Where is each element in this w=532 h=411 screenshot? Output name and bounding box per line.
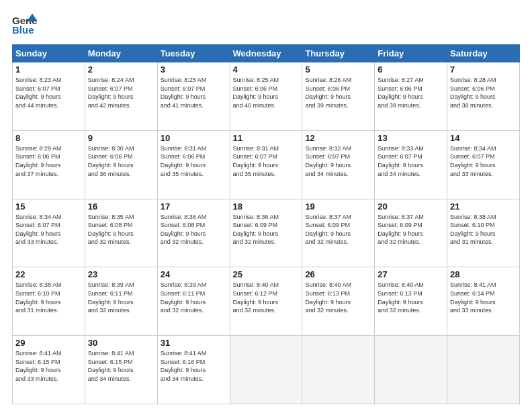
cell-text: Sunrise: 8:41 AM Sunset: 6:16 PM Dayligh…: [161, 349, 227, 383]
day-number: 13: [378, 133, 444, 143]
empty-cell: [375, 336, 447, 404]
day-number: 8: [15, 133, 82, 143]
day-cell-13: 13Sunrise: 8:33 AM Sunset: 6:07 PM Dayli…: [375, 130, 447, 199]
day-cell-20: 20Sunrise: 8:37 AM Sunset: 6:09 PM Dayli…: [375, 199, 447, 267]
day-cell-25: 25Sunrise: 8:40 AM Sunset: 6:12 PM Dayli…: [230, 267, 302, 336]
cell-text: Sunrise: 8:28 AM Sunset: 6:06 PM Dayligh…: [450, 76, 517, 109]
day-number: 18: [233, 201, 300, 212]
day-cell-29: 29Sunrise: 8:41 AM Sunset: 6:15 PM Dayli…: [13, 336, 85, 404]
day-number: 7: [450, 64, 517, 75]
day-cell-7: 7Sunrise: 8:28 AM Sunset: 6:06 PM Daylig…: [447, 62, 520, 131]
day-cell-8: 8Sunrise: 8:29 AM Sunset: 6:06 PM Daylig…: [13, 130, 85, 199]
cell-text: Sunrise: 8:33 AM Sunset: 6:07 PM Dayligh…: [378, 144, 444, 178]
day-number: 24: [161, 269, 227, 279]
cell-text: Sunrise: 8:31 AM Sunset: 6:06 PM Dayligh…: [161, 144, 227, 178]
cell-text: Sunrise: 8:32 AM Sunset: 6:07 PM Dayligh…: [305, 144, 371, 178]
weekday-header-tuesday: Tuesday: [157, 45, 230, 62]
week-row-0: 1Sunrise: 8:23 AM Sunset: 6:07 PM Daylig…: [13, 62, 520, 131]
cell-text: Sunrise: 8:31 AM Sunset: 6:07 PM Dayligh…: [233, 144, 300, 178]
day-cell-10: 10Sunrise: 8:31 AM Sunset: 6:06 PM Dayli…: [157, 130, 230, 199]
day-cell-6: 6Sunrise: 8:27 AM Sunset: 6:06 PM Daylig…: [375, 62, 447, 131]
logo: General Blue: [12, 12, 38, 38]
day-number: 19: [305, 201, 371, 212]
empty-cell: [302, 336, 375, 404]
cell-text: Sunrise: 8:30 AM Sunset: 6:06 PM Dayligh…: [88, 144, 154, 178]
page: General Blue SundayMondayTuesdayWednesda…: [0, 0, 532, 411]
cell-text: Sunrise: 8:26 AM Sunset: 6:06 PM Dayligh…: [305, 76, 371, 109]
day-cell-27: 27Sunrise: 8:40 AM Sunset: 6:13 PM Dayli…: [375, 267, 447, 336]
cell-text: Sunrise: 8:38 AM Sunset: 6:10 PM Dayligh…: [15, 281, 82, 314]
cell-text: Sunrise: 8:34 AM Sunset: 6:07 PM Dayligh…: [15, 213, 82, 246]
day-cell-1: 1Sunrise: 8:23 AM Sunset: 6:07 PM Daylig…: [13, 62, 85, 131]
cell-text: Sunrise: 8:41 AM Sunset: 6:14 PM Dayligh…: [450, 281, 517, 314]
day-number: 1: [15, 64, 82, 75]
empty-cell: [230, 336, 302, 404]
day-number: 6: [378, 64, 444, 75]
day-cell-19: 19Sunrise: 8:37 AM Sunset: 6:09 PM Dayli…: [302, 199, 375, 267]
cell-text: Sunrise: 8:27 AM Sunset: 6:06 PM Dayligh…: [378, 76, 444, 109]
cell-text: Sunrise: 8:37 AM Sunset: 6:09 PM Dayligh…: [305, 213, 371, 246]
cell-text: Sunrise: 8:38 AM Sunset: 6:10 PM Dayligh…: [450, 213, 517, 246]
day-cell-23: 23Sunrise: 8:39 AM Sunset: 6:11 PM Dayli…: [85, 267, 157, 336]
day-cell-21: 21Sunrise: 8:38 AM Sunset: 6:10 PM Dayli…: [447, 199, 520, 267]
day-number: 5: [305, 64, 371, 75]
day-number: 21: [450, 201, 517, 212]
weekday-header-friday: Friday: [375, 45, 447, 62]
calendar-table: SundayMondayTuesdayWednesdayThursdayFrid…: [12, 44, 520, 404]
day-cell-9: 9Sunrise: 8:30 AM Sunset: 6:06 PM Daylig…: [85, 130, 157, 199]
cell-text: Sunrise: 8:36 AM Sunset: 6:09 PM Dayligh…: [233, 213, 300, 246]
day-number: 28: [450, 269, 517, 279]
weekday-header-thursday: Thursday: [302, 45, 375, 62]
cell-text: Sunrise: 8:37 AM Sunset: 6:09 PM Dayligh…: [378, 213, 444, 246]
logo-icon: General Blue: [12, 12, 38, 38]
cell-text: Sunrise: 8:40 AM Sunset: 6:12 PM Dayligh…: [233, 281, 300, 314]
day-number: 26: [305, 269, 371, 279]
day-number: 16: [88, 201, 154, 212]
day-cell-15: 15Sunrise: 8:34 AM Sunset: 6:07 PM Dayli…: [13, 199, 85, 267]
cell-text: Sunrise: 8:39 AM Sunset: 6:11 PM Dayligh…: [88, 281, 154, 314]
day-cell-5: 5Sunrise: 8:26 AM Sunset: 6:06 PM Daylig…: [302, 62, 375, 131]
week-row-2: 15Sunrise: 8:34 AM Sunset: 6:07 PM Dayli…: [13, 199, 520, 267]
week-row-1: 8Sunrise: 8:29 AM Sunset: 6:06 PM Daylig…: [13, 130, 520, 199]
day-cell-24: 24Sunrise: 8:39 AM Sunset: 6:11 PM Dayli…: [157, 267, 230, 336]
day-number: 30: [88, 338, 154, 348]
cell-text: Sunrise: 8:29 AM Sunset: 6:06 PM Dayligh…: [15, 144, 82, 178]
weekday-header-saturday: Saturday: [447, 45, 520, 62]
day-number: 31: [161, 338, 227, 348]
cell-text: Sunrise: 8:24 AM Sunset: 6:07 PM Dayligh…: [88, 76, 154, 109]
day-number: 12: [305, 133, 371, 143]
day-cell-3: 3Sunrise: 8:25 AM Sunset: 6:07 PM Daylig…: [157, 62, 230, 131]
day-cell-22: 22Sunrise: 8:38 AM Sunset: 6:10 PM Dayli…: [13, 267, 85, 336]
day-number: 11: [233, 133, 300, 143]
day-cell-28: 28Sunrise: 8:41 AM Sunset: 6:14 PM Dayli…: [447, 267, 520, 336]
day-number: 14: [450, 133, 517, 143]
day-number: 22: [15, 269, 82, 279]
day-cell-16: 16Sunrise: 8:35 AM Sunset: 6:08 PM Dayli…: [85, 199, 157, 267]
day-number: 25: [233, 269, 300, 279]
cell-text: Sunrise: 8:40 AM Sunset: 6:13 PM Dayligh…: [378, 281, 444, 314]
cell-text: Sunrise: 8:39 AM Sunset: 6:11 PM Dayligh…: [161, 281, 227, 314]
day-number: 3: [161, 64, 227, 75]
day-number: 29: [15, 338, 82, 348]
header: General Blue: [12, 12, 520, 38]
svg-text:Blue: Blue: [12, 24, 34, 36]
day-cell-11: 11Sunrise: 8:31 AM Sunset: 6:07 PM Dayli…: [230, 130, 302, 199]
weekday-header-wednesday: Wednesday: [230, 45, 302, 62]
day-number: 2: [88, 64, 154, 75]
day-cell-26: 26Sunrise: 8:40 AM Sunset: 6:13 PM Dayli…: [302, 267, 375, 336]
day-cell-30: 30Sunrise: 8:41 AM Sunset: 6:15 PM Dayli…: [85, 336, 157, 404]
cell-text: Sunrise: 8:23 AM Sunset: 6:07 PM Dayligh…: [15, 76, 82, 109]
cell-text: Sunrise: 8:34 AM Sunset: 6:07 PM Dayligh…: [450, 144, 517, 178]
day-cell-12: 12Sunrise: 8:32 AM Sunset: 6:07 PM Dayli…: [302, 130, 375, 199]
day-cell-17: 17Sunrise: 8:36 AM Sunset: 6:08 PM Dayli…: [157, 199, 230, 267]
week-row-3: 22Sunrise: 8:38 AM Sunset: 6:10 PM Dayli…: [13, 267, 520, 336]
day-number: 20: [378, 201, 444, 212]
day-number: 4: [233, 64, 300, 75]
day-number: 10: [161, 133, 227, 143]
day-cell-18: 18Sunrise: 8:36 AM Sunset: 6:09 PM Dayli…: [230, 199, 302, 267]
day-number: 9: [88, 133, 154, 143]
day-cell-14: 14Sunrise: 8:34 AM Sunset: 6:07 PM Dayli…: [447, 130, 520, 199]
week-row-4: 29Sunrise: 8:41 AM Sunset: 6:15 PM Dayli…: [13, 336, 520, 404]
cell-text: Sunrise: 8:25 AM Sunset: 6:06 PM Dayligh…: [233, 76, 300, 109]
day-number: 17: [161, 201, 227, 212]
